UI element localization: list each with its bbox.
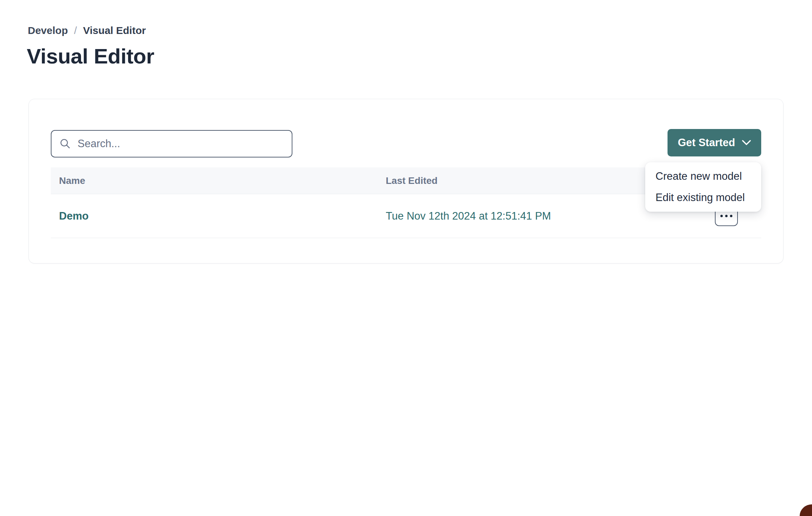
get-started-dropdown-menu: Create new model Edit existing model bbox=[645, 162, 761, 212]
breadcrumb-link-develop[interactable]: Develop bbox=[28, 25, 68, 36]
model-link-demo[interactable]: Demo bbox=[59, 210, 89, 222]
search-icon bbox=[60, 138, 71, 149]
search-box[interactable] bbox=[51, 130, 292, 157]
page-title: Visual Editor bbox=[27, 44, 154, 68]
breadcrumb: Develop / Visual Editor bbox=[28, 25, 146, 36]
get-started-label: Get Started bbox=[678, 137, 735, 149]
search-input[interactable] bbox=[71, 131, 292, 157]
column-header-name: Name bbox=[51, 175, 386, 186]
breadcrumb-separator: / bbox=[74, 25, 77, 36]
ellipsis-icon bbox=[720, 215, 732, 217]
get-started-button[interactable]: Get Started bbox=[668, 129, 761, 156]
corner-artifact bbox=[800, 504, 812, 516]
menu-item-create-new-model[interactable]: Create new model bbox=[645, 166, 761, 187]
name-cell: Demo bbox=[51, 210, 386, 222]
breadcrumb-current-visual-editor: Visual Editor bbox=[83, 25, 146, 36]
menu-item-edit-existing-model[interactable]: Edit existing model bbox=[645, 187, 761, 208]
chevron-down-icon bbox=[742, 140, 751, 145]
